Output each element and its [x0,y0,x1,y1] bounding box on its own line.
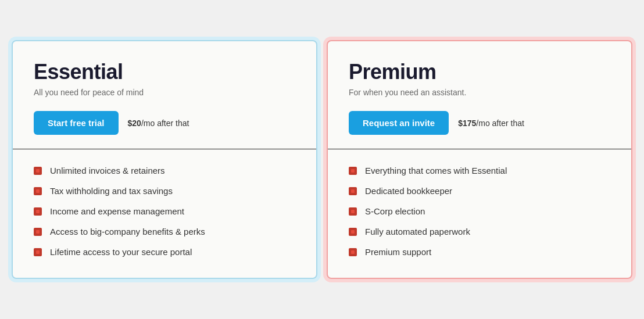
check-icon [349,187,357,195]
pricing-card-essential: EssentialAll you need for peace of mindS… [12,40,317,279]
card-header-essential: EssentialAll you need for peace of mindS… [13,41,316,149]
feature-text: Unlimited invoices & retainers [50,166,165,175]
check-icon [34,207,42,216]
list-item: Unlimited invoices & retainers [34,166,295,175]
feature-text: Premium support [365,247,431,257]
list-item: Premium support [349,247,610,257]
feature-text: Income and expense management [50,206,184,216]
feature-text: Access to big-company benefits & perks [50,227,205,236]
list-item: Lifetime access to your secure portal [34,247,295,257]
pricing-text-essential: $20/mo after that [128,119,189,128]
check-icon [349,167,357,175]
pricing-card-premium: PremiumFor when you need an assistant.Re… [327,40,632,279]
check-icon [34,187,42,195]
list-item: Income and expense management [34,206,295,216]
cta-button-premium[interactable]: Request an invite [349,111,449,135]
feature-text: Everything that comes with Essential [365,166,507,175]
feature-text: Fully automated paperwork [365,227,470,236]
list-item: S-Corp election [349,206,610,216]
list-item: Fully automated paperwork [349,227,610,236]
check-icon [34,228,42,236]
feature-text: S-Corp election [365,206,425,216]
list-item: Everything that comes with Essential [349,166,610,175]
card-subtitle-premium: For when you need an assistant. [349,88,610,97]
list-item: Access to big-company benefits & perks [34,227,295,236]
card-title-essential: Essential [34,60,295,84]
feature-text: Lifetime access to your secure portal [50,247,192,257]
pricing-container: EssentialAll you need for peace of mindS… [0,28,644,291]
feature-text: Tax withholding and tax savings [50,186,173,196]
check-icon [349,228,357,236]
list-item: Tax withholding and tax savings [34,186,295,196]
cta-row-essential: Start free trial$20/mo after that [34,111,295,135]
check-icon [34,167,42,175]
check-icon [349,248,357,256]
cta-row-premium: Request an invite$175/mo after that [349,111,610,135]
list-item: Dedicated bookkeeper [349,186,610,196]
features-list-premium: Everything that comes with EssentialDedi… [328,149,631,278]
check-icon [34,248,42,256]
feature-text: Dedicated bookkeeper [365,186,452,196]
card-subtitle-essential: All you need for peace of mind [34,88,295,97]
check-icon [349,207,357,216]
cta-button-essential[interactable]: Start free trial [34,111,119,135]
features-list-essential: Unlimited invoices & retainersTax withho… [13,149,316,278]
card-header-premium: PremiumFor when you need an assistant.Re… [328,41,631,149]
card-title-premium: Premium [349,60,610,84]
pricing-text-premium: $175/mo after that [458,119,524,128]
